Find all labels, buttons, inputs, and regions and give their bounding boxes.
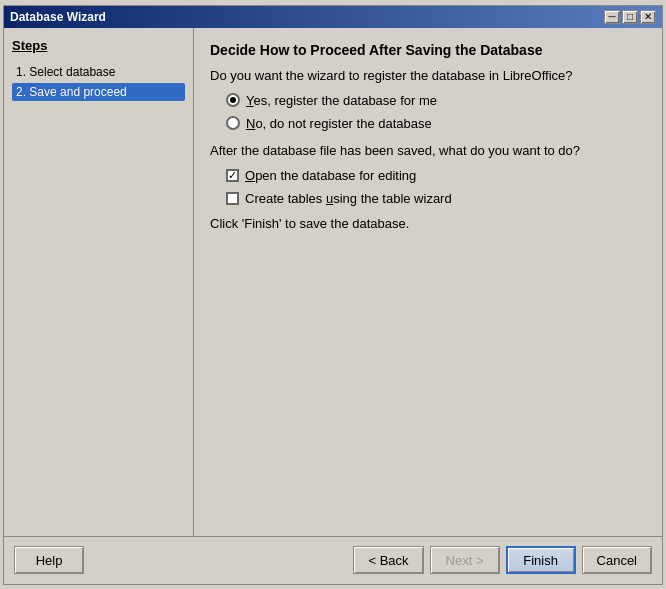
sidebar-item-save-and-proceed[interactable]: 2. Save and proceed bbox=[12, 83, 185, 101]
radio-yes-label: Yes, register the database for me bbox=[246, 93, 437, 108]
sidebar-title: Steps bbox=[12, 38, 185, 53]
dialog-window: Database Wizard ─ □ ✕ Steps 1. Select da… bbox=[3, 5, 663, 585]
main-title: Decide How to Proceed After Saving the D… bbox=[210, 42, 646, 58]
checkbox-create-tables-input[interactable] bbox=[226, 192, 239, 205]
question1-text: Do you want the wizard to register the d… bbox=[210, 68, 646, 83]
help-button[interactable]: Help bbox=[14, 546, 84, 574]
minimize-button[interactable]: ─ bbox=[604, 10, 620, 24]
sidebar-item-select-database[interactable]: 1. Select database bbox=[12, 63, 185, 81]
checkbox-option-create-tables[interactable]: Create tables using the table wizard bbox=[226, 191, 646, 206]
close-button[interactable]: ✕ bbox=[640, 10, 656, 24]
radio-option-no[interactable]: No, do not register the database bbox=[226, 116, 646, 131]
radio-option-yes[interactable]: Yes, register the database for me bbox=[226, 93, 646, 108]
sidebar: Steps 1. Select database 2. Save and pro… bbox=[4, 28, 194, 536]
checkbox-group: Open the database for editing Create tab… bbox=[226, 168, 646, 206]
checkbox-option-open[interactable]: Open the database for editing bbox=[226, 168, 646, 183]
left-buttons: Help bbox=[14, 546, 84, 574]
right-buttons: < Back Next > Finish Cancel bbox=[353, 546, 652, 574]
next-button[interactable]: Next > bbox=[430, 546, 500, 574]
bottom-bar: Help < Back Next > Finish Cancel bbox=[4, 536, 662, 584]
back-button[interactable]: < Back bbox=[353, 546, 423, 574]
radio-no-input[interactable] bbox=[226, 116, 240, 130]
finish-note: Click 'Finish' to save the database. bbox=[210, 216, 646, 231]
maximize-button[interactable]: □ bbox=[622, 10, 638, 24]
title-bar: Database Wizard ─ □ ✕ bbox=[4, 6, 662, 28]
checkbox-open-input[interactable] bbox=[226, 169, 239, 182]
finish-button[interactable]: Finish bbox=[506, 546, 576, 574]
radio-group: Yes, register the database for me No, do… bbox=[226, 93, 646, 131]
content-area: Steps 1. Select database 2. Save and pro… bbox=[4, 28, 662, 536]
radio-no-label: No, do not register the database bbox=[246, 116, 432, 131]
checkbox-open-label: Open the database for editing bbox=[245, 168, 416, 183]
window-title: Database Wizard bbox=[10, 10, 106, 24]
cancel-button[interactable]: Cancel bbox=[582, 546, 652, 574]
main-panel: Decide How to Proceed After Saving the D… bbox=[194, 28, 662, 536]
title-bar-controls: ─ □ ✕ bbox=[604, 10, 656, 24]
radio-yes-input[interactable] bbox=[226, 93, 240, 107]
question2-text: After the database file has been saved, … bbox=[210, 143, 646, 158]
checkbox-create-tables-label: Create tables using the table wizard bbox=[245, 191, 452, 206]
